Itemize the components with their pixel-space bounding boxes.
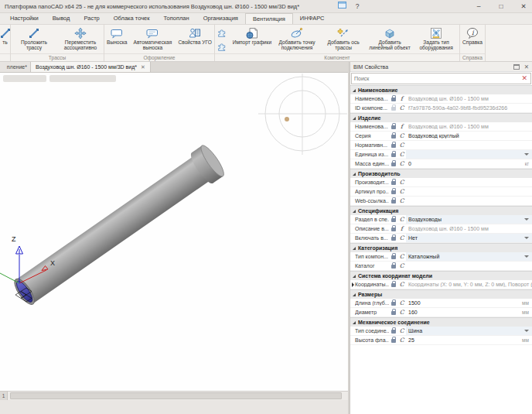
lock-icon[interactable] (391, 302, 396, 306)
lock-icon[interactable] (391, 135, 396, 139)
dropdown-arrow-icon[interactable] (524, 218, 529, 221)
lock-icon[interactable] (391, 125, 396, 129)
ribbon-button[interactable]: Добавить ось трассы (320, 25, 367, 51)
duct-pipe-3d[interactable] (9, 143, 227, 310)
property-value[interactable]: Координаты (X: 0 мм, Y: 0 мм, Z: 0 мм), … (406, 280, 532, 289)
lock-icon[interactable] (391, 163, 396, 166)
menu-tab-Вывод[interactable]: Вывод (46, 13, 77, 24)
navigation-compass[interactable] (258, 74, 347, 155)
pin-icon[interactable] (513, 64, 520, 70)
property-value[interactable]: f7a97876-590a-4a02-9bf8-fbd95236d266 (406, 104, 532, 112)
document-tab[interactable]: Воздуховод шн. Ø160 - 1500 мм/3D вид*✕ (31, 62, 151, 72)
puzzle-icon[interactable] (217, 26, 229, 39)
lock-icon[interactable] (391, 98, 396, 101)
ribbon-button[interactable]: Добавить линейный объект (367, 25, 413, 51)
property-value[interactable]: Шина (406, 327, 532, 335)
clear-search-icon[interactable]: ✕ (518, 75, 530, 82)
lock-icon[interactable] (391, 218, 396, 222)
ribbon-button[interactable]: Переместить ассоциативно (57, 25, 104, 51)
horizontal-scrollbar[interactable] (8, 392, 348, 400)
maximize-icon[interactable]: □ (497, 2, 505, 11)
app-window-icon[interactable] (338, 2, 346, 11)
close-icon[interactable]: ✕ (520, 2, 527, 11)
scrollbar-thumb[interactable] (10, 392, 342, 399)
property-value[interactable]: 25мм (406, 336, 532, 344)
lock-icon[interactable] (391, 339, 396, 343)
minimize-icon[interactable]: – (475, 2, 483, 11)
property-section-header[interactable]: Производитель (350, 169, 532, 178)
property-value[interactable]: Нет (406, 234, 532, 242)
lock-icon[interactable] (391, 181, 396, 185)
lock-icon[interactable] (391, 283, 396, 287)
property-value[interactable]: Воздуховод круглый (406, 132, 532, 140)
property-section-header[interactable]: Система координат модели (350, 271, 532, 280)
expand-icon[interactable] (352, 282, 354, 287)
menu-tab-Облака точек[interactable]: Облака точек (107, 13, 157, 24)
lock-icon[interactable] (391, 144, 396, 148)
dropdown-arrow-icon[interactable] (524, 330, 529, 332)
property-value[interactable]: Воздуховод шн. Ø160 - 1500 мм (406, 94, 532, 103)
puzzle-icon[interactable] (217, 40, 229, 53)
ribbon-button[interactable]: Выноска (104, 25, 129, 45)
dropdown-arrow-icon[interactable] (524, 237, 529, 239)
lock-icon[interactable] (391, 311, 396, 315)
menu-tab-Настройки[interactable]: Настройки (3, 13, 46, 24)
ribbon-button[interactable]: Добавить точку подключения (274, 25, 320, 51)
help-icon[interactable]: ? (353, 2, 361, 11)
lock-icon[interactable] (391, 255, 396, 259)
property-section-header[interactable]: Размеры (350, 289, 532, 299)
ribbon-button[interactable]: Задать тип оборудования (413, 25, 459, 51)
move-associative-icon (74, 26, 87, 39)
import-graphics-icon (246, 26, 258, 39)
property-value[interactable]: Воздуховод шн. Ø160 - 1500 мм (406, 224, 532, 233)
property-section-header[interactable]: Изделие (350, 113, 532, 122)
drawing-canvas[interactable]: X Z (0, 73, 348, 391)
menu-tab-Вентиляция[interactable]: Вентиляция (245, 13, 293, 24)
menu-tab-Топоплан[interactable]: Топоплан (157, 13, 196, 24)
close-icon[interactable]: ✕ (524, 64, 529, 70)
property-value[interactable]: 0кг (406, 159, 532, 168)
property-label: Раздел в спе... (355, 217, 389, 222)
ribbon-group: ть (0, 25, 11, 61)
menu-tab-ИНФАРС[interactable]: ИНФАРС (293, 13, 332, 24)
property-value[interactable]: 1500мм (406, 299, 532, 307)
lock-icon[interactable] (391, 200, 396, 204)
ribbon-button[interactable]: ть (0, 25, 10, 45)
property-section-header[interactable]: Наименование (350, 85, 532, 94)
property-value[interactable] (406, 187, 532, 196)
menu-tab-Растр[interactable]: Растр (77, 13, 106, 24)
lock-icon[interactable] (391, 330, 396, 334)
property-section-header[interactable]: Спецификация (350, 206, 532, 215)
ribbon-button[interactable]: Автоматическая выноска (129, 25, 176, 51)
property-value[interactable] (406, 178, 532, 186)
property-section-header[interactable]: Механическое соединение (350, 317, 532, 327)
ribbon-group-label: Компонент (215, 53, 459, 61)
property-value[interactable]: Воздуховоды (406, 215, 532, 224)
layout-tab[interactable]: 1 (0, 392, 8, 400)
menu-tab-Организация[interactable]: Организация (196, 13, 245, 24)
lock-icon[interactable] (391, 265, 396, 269)
property-value[interactable]: 160мм (406, 308, 532, 316)
property-value[interactable] (406, 197, 532, 205)
ribbon-button[interactable]: Проложить трассу (11, 25, 57, 51)
lock-icon[interactable] (391, 107, 396, 111)
property-value[interactable]: Каталожный (406, 252, 532, 261)
lock-icon[interactable] (391, 153, 396, 157)
property-value[interactable] (406, 141, 532, 149)
lock-icon[interactable] (391, 228, 396, 231)
lock-icon[interactable] (391, 190, 396, 194)
ribbon-button[interactable]: iСправка (460, 25, 485, 45)
search-input[interactable] (352, 76, 518, 81)
close-tab-icon[interactable]: ✕ (141, 64, 145, 70)
dropdown-arrow-icon[interactable] (524, 153, 529, 156)
property-value[interactable]: Воздуховод шн. Ø160 - 1500 мм (406, 122, 532, 131)
ribbon-button[interactable]: Свойства УГО (176, 25, 213, 45)
property-value[interactable] (406, 150, 532, 159)
dropdown-arrow-icon[interactable] (524, 255, 529, 258)
add-connection-point-icon (291, 26, 303, 39)
ribbon-button[interactable]: Импорт графики (230, 25, 274, 45)
lock-icon[interactable] (391, 237, 396, 241)
property-section-header[interactable]: Категоризация (350, 243, 532, 252)
document-tab[interactable]: пление* (0, 62, 31, 72)
property-value[interactable] (406, 262, 532, 270)
